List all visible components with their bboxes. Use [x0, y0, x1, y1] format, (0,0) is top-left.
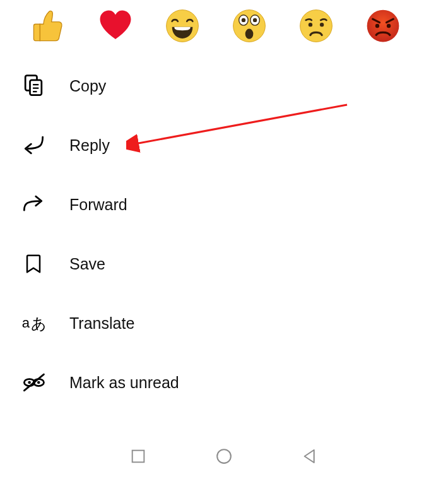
menu-label-forward: Forward — [69, 196, 127, 214]
svg-point-28 — [217, 449, 231, 463]
menu-label-mark-unread: Mark as unread — [69, 374, 179, 392]
heart-icon — [98, 8, 133, 44]
context-menu: Copy Reply Forward Save — [0, 52, 448, 399]
bookmark-icon — [19, 249, 48, 278]
unread-icon — [19, 368, 48, 397]
menu-label-copy: Copy — [69, 77, 106, 95]
copy-icon — [19, 71, 48, 100]
triangle-back-icon — [300, 447, 319, 466]
svg-point-6 — [245, 29, 254, 39]
svg-point-7 — [300, 10, 333, 42]
sad-icon — [298, 8, 334, 44]
menu-label-save: Save — [69, 255, 105, 273]
circle-icon — [215, 447, 233, 466]
square-icon — [129, 447, 147, 465]
menu-item-forward[interactable]: Forward — [19, 188, 429, 221]
forward-icon — [19, 190, 48, 219]
menu-item-copy[interactable]: Copy — [19, 69, 429, 102]
reply-icon — [19, 131, 48, 160]
svg-point-10 — [367, 10, 399, 42]
surprised-icon — [231, 8, 268, 44]
menu-item-translate[interactable]: a あ Translate — [19, 307, 429, 340]
reaction-thumbs-up[interactable] — [30, 8, 67, 44]
reaction-heart[interactable] — [97, 8, 134, 44]
translate-icon: a あ — [19, 309, 48, 338]
menu-label-translate: Translate — [69, 314, 134, 333]
svg-rect-27 — [133, 451, 144, 463]
svg-point-11 — [375, 24, 379, 28]
reaction-angry[interactable] — [365, 8, 401, 44]
svg-point-8 — [309, 23, 312, 27]
menu-label-reply: Reply — [69, 136, 110, 155]
reaction-row — [0, 0, 448, 52]
menu-item-save[interactable]: Save — [19, 247, 429, 280]
svg-point-12 — [387, 24, 391, 28]
angry-icon — [365, 8, 401, 44]
reaction-laugh[interactable] — [164, 8, 201, 44]
svg-point-21 — [28, 381, 31, 384]
menu-item-reply[interactable]: Reply — [19, 129, 429, 162]
svg-point-9 — [320, 23, 324, 27]
menu-item-mark-unread[interactable]: Mark as unread — [19, 366, 429, 399]
svg-point-5 — [253, 18, 257, 22]
svg-line-24 — [24, 374, 44, 391]
android-nav-bar — [0, 439, 448, 474]
nav-home-button[interactable] — [213, 445, 235, 468]
laugh-icon — [164, 8, 201, 44]
nav-recent-button[interactable] — [127, 445, 150, 468]
thumbs-up-icon — [30, 8, 67, 44]
svg-text:あ: あ — [31, 315, 47, 332]
svg-point-23 — [37, 381, 40, 384]
svg-point-4 — [242, 18, 245, 22]
reaction-sad[interactable] — [298, 8, 334, 44]
reaction-surprised[interactable] — [231, 8, 268, 44]
nav-back-button[interactable] — [298, 445, 321, 468]
svg-text:a: a — [22, 315, 30, 331]
